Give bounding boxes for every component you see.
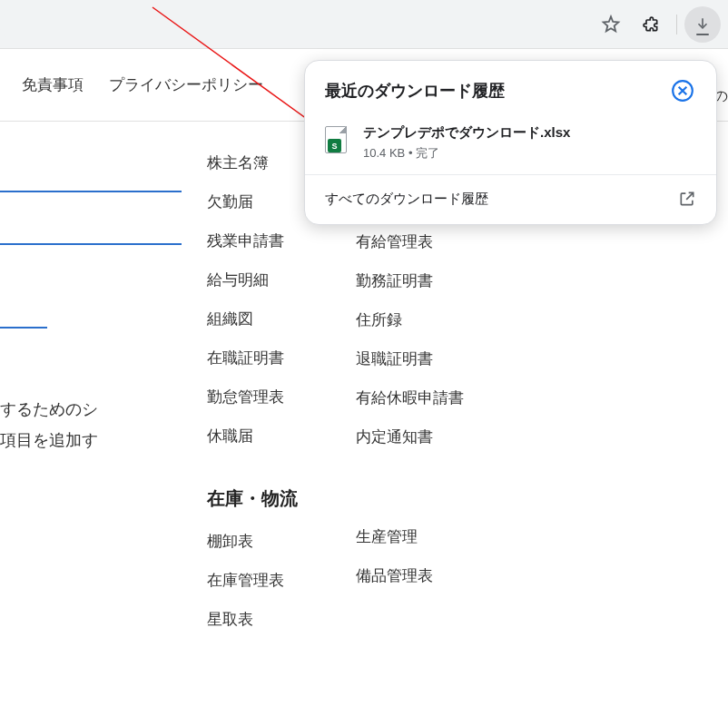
- fragment-line-2: 項目を追加す: [0, 425, 182, 456]
- section-heading-inventory: 在庫・物流: [207, 486, 298, 511]
- address-bar[interactable]: [0, 8, 589, 41]
- download-item[interactable]: S テンプレデポでダウンロード.xlsx 10.4 KB • 完了: [305, 110, 716, 175]
- downloads-popup-title: 最近のダウンロード履歴: [325, 80, 505, 102]
- bookmark-star-button[interactable]: [593, 6, 629, 43]
- downloads-popup: 最近のダウンロード履歴 S テンプレデポでダウンロード.xlsx 10.4 KB…: [304, 60, 717, 225]
- xlsx-file-icon: S: [325, 126, 349, 155]
- downloads-close-button[interactable]: [669, 77, 696, 104]
- toolbar-separator: [676, 15, 677, 34]
- link-org-chart[interactable]: 組織図: [207, 299, 298, 338]
- downloads-footer[interactable]: すべてのダウンロード履歴: [305, 175, 716, 224]
- downloads-popup-header: 最近のダウンロード履歴: [305, 61, 716, 110]
- nav-disclaimer[interactable]: 免責事項: [22, 74, 84, 95]
- download-icon: [694, 16, 711, 33]
- close-icon: [671, 79, 694, 103]
- extensions-button[interactable]: [633, 6, 669, 43]
- link-production-mgmt[interactable]: 生産管理: [356, 517, 464, 556]
- link-overtime-request[interactable]: 残業申請書: [207, 221, 298, 260]
- link-address-book[interactable]: 住所録: [356, 300, 464, 339]
- download-size: 10.4 KB: [363, 146, 405, 160]
- fragment-line-1: するためのシ: [0, 394, 182, 425]
- downloads-button[interactable]: [684, 6, 721, 43]
- truncated-body-text: するためのシ 項目を追加す: [0, 394, 182, 456]
- download-status: 完了: [416, 146, 439, 160]
- nav-privacy-policy[interactable]: プライバシーポリシー: [109, 74, 263, 95]
- link-payslip[interactable]: 給与明細: [207, 260, 298, 299]
- download-item-body: テンプレデポでダウンロード.xlsx 10.4 KB • 完了: [363, 124, 696, 162]
- link-attendance-sheet[interactable]: 勤怠管理表: [207, 378, 298, 417]
- browser-toolbar: [0, 0, 728, 49]
- link-equipment-mgmt[interactable]: 備品管理表: [356, 556, 464, 595]
- link-paid-leave-sheet[interactable]: 有給管理表: [356, 222, 464, 261]
- download-filename: テンプレデポでダウンロード.xlsx: [363, 124, 696, 142]
- link-employment-cert[interactable]: 在職証明書: [207, 338, 298, 378]
- star-icon: [601, 15, 621, 34]
- link-stocktake[interactable]: 棚卸表: [207, 522, 298, 561]
- link-offer-letter[interactable]: 内定通知書: [356, 417, 464, 456]
- link-hoshitori[interactable]: 星取表: [207, 600, 298, 639]
- link-absence-report[interactable]: 欠勤届: [207, 182, 298, 221]
- puzzle-icon: [642, 15, 660, 34]
- link-shareholder-list[interactable]: 株主名簿: [207, 143, 298, 182]
- open-external-icon[interactable]: [678, 190, 696, 208]
- link-leave-request[interactable]: 休職届: [207, 417, 298, 456]
- link-resignation-cert[interactable]: 退職証明書: [356, 339, 464, 378]
- link-work-cert[interactable]: 勤務証明書: [356, 261, 464, 300]
- link-inventory-mgmt[interactable]: 在庫管理表: [207, 561, 298, 600]
- download-meta: 10.4 KB • 完了: [363, 145, 696, 162]
- link-paid-leave-request[interactable]: 有給休暇申請書: [356, 378, 464, 417]
- left-fragment-column: するためのシ 項目を追加す: [0, 143, 182, 639]
- link-column-a: 株主名簿 欠勤届 残業申請書 給与明細 組織図 在職証明書 勤怠管理表 休職届 …: [207, 143, 298, 639]
- download-sep: •: [405, 146, 416, 160]
- divider-blue-3: [0, 327, 47, 329]
- downloads-history-link[interactable]: すべてのダウンロード履歴: [325, 191, 488, 208]
